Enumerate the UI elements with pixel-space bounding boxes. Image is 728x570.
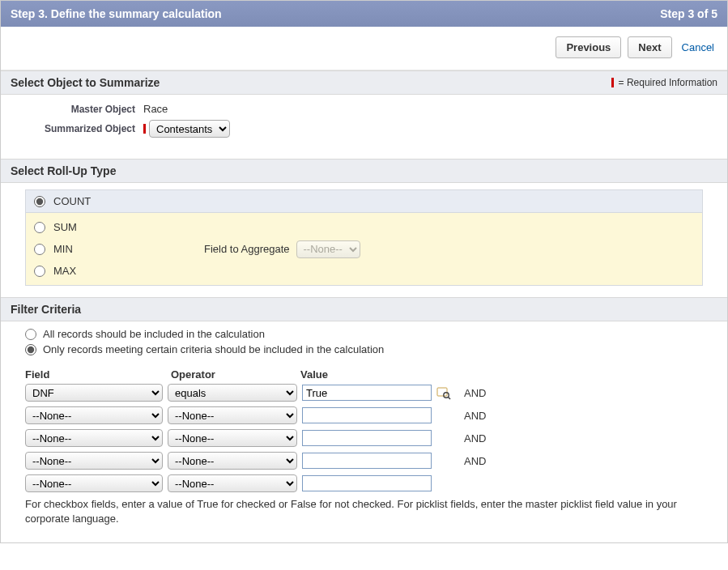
section-summarize: Select Object to Summarize = Required In…	[1, 70, 727, 154]
rollup-area: COUNT SUM MIN MAX Field to Aggregate	[1, 183, 727, 292]
master-object-value: Race	[143, 103, 168, 115]
next-button[interactable]: Next	[628, 36, 671, 58]
criteria-operator-select[interactable]: --None--	[168, 429, 297, 447]
criteria-hint: For checkbox fields, enter a value of Tr…	[25, 497, 697, 526]
svg-rect-0	[437, 388, 447, 396]
section-filter-header: Filter Criteria	[1, 297, 727, 321]
wizard-step-indicator: Step 3 of 5	[660, 7, 717, 20]
svg-line-2	[448, 397, 450, 399]
rollup-aggregate-group: SUM MIN MAX Field to Aggregate --None--	[25, 213, 703, 286]
field-to-aggregate-label: Field to Aggregate	[204, 243, 290, 255]
rollup-label-count: COUNT	[53, 195, 91, 207]
rollup-radio-count[interactable]	[34, 196, 45, 207]
criteria-value-input[interactable]	[302, 475, 432, 491]
previous-button[interactable]: Previous	[556, 36, 621, 58]
rollup-label-min: MIN	[53, 243, 73, 255]
filter-radio-criteria[interactable]	[25, 344, 36, 355]
section-rollup-title: Select Roll-Up Type	[11, 164, 116, 177]
lookup-icon[interactable]	[436, 385, 451, 400]
criteria-field-select[interactable]: --None--	[25, 474, 163, 492]
criteria-row: --None----None--AND	[25, 452, 714, 470]
criteria-operator-select[interactable]: equals	[168, 384, 297, 402]
criteria-field-select[interactable]: --None--	[25, 452, 163, 470]
required-bar-icon	[143, 124, 146, 134]
criteria-row: DNFequalsAND	[25, 384, 714, 402]
required-bar-icon	[611, 78, 614, 87]
criteria-operator-select[interactable]: --None--	[168, 406, 297, 424]
criteria-value-input[interactable]	[302, 407, 432, 423]
rollup-radio-min[interactable]	[34, 244, 45, 255]
section-filter-body: All records should be included in the ca…	[1, 321, 727, 538]
section-summarize-title: Select Object to Summarize	[11, 76, 160, 89]
criteria-operator-select[interactable]: --None--	[168, 474, 297, 492]
rollup-radio-sum[interactable]	[34, 222, 45, 233]
criteria-operator-select[interactable]: --None--	[168, 452, 297, 470]
cancel-link[interactable]: Cancel	[679, 41, 714, 53]
criteria-field-select[interactable]: --None--	[25, 406, 163, 424]
wizard-header: Step 3. Define the summary calculation S…	[1, 1, 727, 27]
section-rollup-header: Select Roll-Up Type	[1, 159, 727, 183]
rollup-label-max: MAX	[53, 265, 76, 277]
required-info-text: = Required Information	[619, 77, 717, 88]
criteria-header: Field Operator Value	[25, 368, 714, 381]
criteria-header-field: Field	[25, 368, 171, 381]
filter-radio-all[interactable]	[25, 329, 36, 340]
criteria-value-input[interactable]	[302, 385, 432, 401]
summarized-object-select[interactable]: Contestants	[149, 120, 230, 138]
field-to-aggregate-select: --None--	[296, 240, 360, 258]
rollup-option-sum[interactable]: SUM	[34, 216, 196, 238]
criteria-conjunction: AND	[464, 410, 486, 422]
criteria-row: --None----None--AND	[25, 429, 714, 447]
rollup-option-max[interactable]: MAX	[34, 260, 196, 282]
master-object-label: Master Object	[14, 104, 143, 115]
filter-option-criteria[interactable]: Only records meeting certain criteria sh…	[25, 342, 714, 357]
filter-label-criteria: Only records meeting certain criteria sh…	[43, 343, 384, 355]
criteria-value-input[interactable]	[302, 453, 432, 469]
summarized-object-label: Summarized Object	[14, 123, 143, 134]
rollup-radio-max[interactable]	[34, 266, 45, 277]
criteria-conjunction: AND	[464, 432, 486, 445]
rollup-option-min[interactable]: MIN	[34, 238, 196, 260]
required-info: = Required Information	[611, 77, 717, 88]
criteria-table: Field Operator Value DNFequalsAND--None-…	[25, 368, 714, 526]
criteria-field-select[interactable]: --None--	[25, 429, 163, 447]
criteria-conjunction: AND	[464, 455, 486, 467]
rollup-option-count[interactable]: COUNT	[25, 189, 703, 213]
section-filter-title: Filter Criteria	[11, 303, 81, 316]
criteria-header-value: Value	[300, 368, 446, 381]
section-summarize-header: Select Object to Summarize = Required In…	[1, 70, 727, 95]
filter-label-all: All records should be included in the ca…	[43, 328, 265, 340]
criteria-conjunction: AND	[464, 387, 486, 399]
toolbar: Previous Next Cancel	[1, 27, 727, 70]
criteria-value-input[interactable]	[302, 430, 432, 446]
rollup-label-sum: SUM	[53, 221, 77, 233]
criteria-field-select[interactable]: DNF	[25, 384, 163, 402]
section-rollup: Select Roll-Up Type COUNT SUM MIN MAX	[1, 159, 727, 292]
criteria-row: --None----None--AND	[25, 406, 714, 424]
section-filter: Filter Criteria All records should be in…	[1, 297, 727, 538]
filter-option-all[interactable]: All records should be included in the ca…	[25, 326, 714, 342]
criteria-row: --None----None--	[25, 474, 714, 492]
wizard-title: Step 3. Define the summary calculation	[11, 7, 222, 20]
section-summarize-body: Master Object Race Summarized Object Con…	[1, 95, 727, 154]
criteria-header-operator: Operator	[171, 368, 300, 381]
